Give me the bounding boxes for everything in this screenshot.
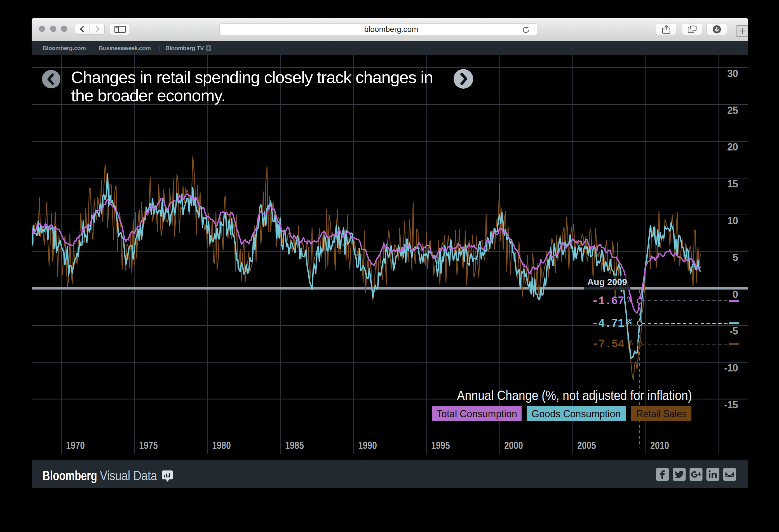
svg-text:1975: 1975 [139, 440, 158, 451]
svg-text:1980: 1980 [212, 440, 231, 451]
svg-text:-7.54: -7.54 [592, 338, 624, 351]
svg-text:-5: -5 [729, 325, 738, 337]
svg-text:Retail Sales: Retail Sales [636, 408, 687, 419]
svg-text:%: % [627, 338, 633, 348]
svg-text:-1.67: -1.67 [592, 294, 624, 308]
svg-text:20: 20 [727, 141, 738, 153]
svg-text:30: 30 [727, 68, 738, 79]
svg-text:Bloomberg: Bloomberg [43, 468, 97, 483]
svg-text:Annual Change (%, not adjusted: Annual Change (%, not adjusted for infla… [457, 388, 692, 403]
svg-text:1970: 1970 [66, 440, 85, 451]
svg-text:5: 5 [732, 252, 738, 263]
svg-text:-10: -10 [724, 362, 738, 374]
svg-text:Aug 2009: Aug 2009 [587, 277, 627, 287]
svg-text:-15: -15 [724, 399, 738, 411]
svg-text:1995: 1995 [431, 440, 450, 451]
svg-text:2000: 2000 [504, 440, 523, 451]
svg-text:2010: 2010 [650, 440, 669, 451]
svg-text:Goods Consumption: Goods Consumption [532, 408, 621, 419]
svg-text:25: 25 [727, 105, 738, 116]
svg-text:1985: 1985 [285, 440, 304, 451]
svg-text:1990: 1990 [358, 440, 377, 451]
svg-text:15: 15 [727, 178, 738, 190]
svg-text:Total Consumption: Total Consumption [436, 408, 517, 419]
svg-text:-4.71: -4.71 [592, 317, 624, 330]
svg-text:%: % [627, 318, 633, 327]
svg-text:2005: 2005 [577, 440, 596, 451]
svg-text:Visual Data: Visual Data [100, 468, 157, 483]
svg-text:%: % [627, 295, 633, 305]
svg-text:10: 10 [727, 215, 738, 226]
svg-text:0: 0 [732, 289, 738, 300]
